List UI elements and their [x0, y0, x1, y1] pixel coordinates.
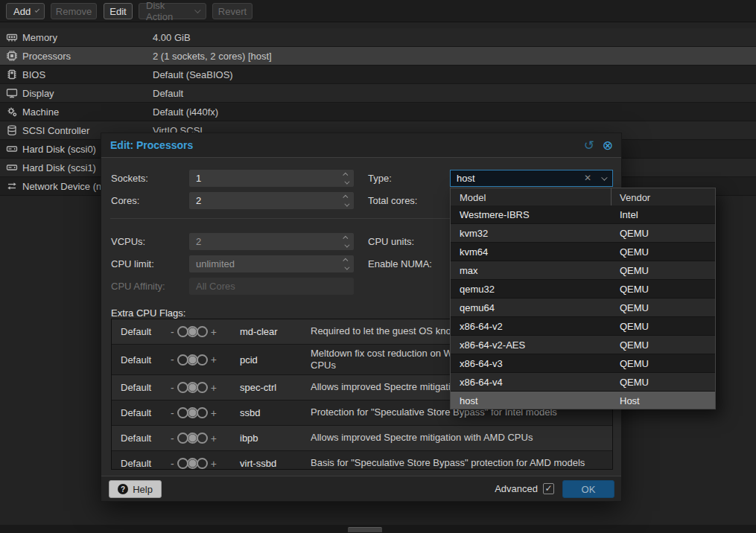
spinner-up-icon[interactable]: [341, 256, 350, 264]
option-vendor: Host: [620, 395, 640, 406]
plus-button[interactable]: +: [208, 433, 220, 444]
plus-button[interactable]: +: [208, 407, 220, 419]
dropdown-option[interactable]: max QEMU: [451, 261, 715, 280]
cpu-units-label: CPU units:: [368, 236, 414, 247]
hardware-label: Memory: [22, 32, 57, 43]
sockets-field[interactable]: 1: [189, 170, 354, 187]
option-vendor: QEMU: [620, 339, 649, 351]
help-button-label: Help: [133, 484, 153, 495]
cores-field[interactable]: 2: [189, 192, 354, 209]
remove-button-label: Remove: [56, 6, 92, 17]
panel-resize-handle[interactable]: [348, 527, 382, 532]
revert-button-label: Revert: [218, 6, 247, 17]
option-vendor: QEMU: [620, 265, 649, 276]
vendor-column-header: Vendor: [620, 192, 650, 203]
edit-button[interactable]: Edit: [104, 3, 133, 19]
cpu-limit-value: unlimited: [196, 258, 235, 269]
add-button-label: Add: [13, 6, 31, 17]
spinner-up-icon[interactable]: [341, 193, 350, 200]
minus-button[interactable]: -: [168, 354, 177, 366]
dropdown-option[interactable]: Westmere-IBRS Intel: [451, 205, 715, 224]
disk-action-button-label: Disk Action: [146, 0, 190, 22]
flag-on-option[interactable]: [197, 326, 208, 337]
cpu-limit-field[interactable]: unlimited: [189, 255, 354, 272]
hardware-row[interactable]: Display Default: [0, 84, 756, 103]
spinner-down-icon[interactable]: [341, 264, 350, 272]
revert-button[interactable]: Revert: [212, 3, 252, 19]
plus-button[interactable]: +: [208, 382, 220, 394]
hardware-icon: [6, 162, 18, 173]
cores-value: 2: [196, 195, 201, 206]
help-button[interactable]: ? Help: [109, 480, 162, 498]
flag-on-option[interactable]: [197, 433, 208, 444]
disk-action-button[interactable]: Disk Action: [139, 3, 206, 19]
undo-icon[interactable]: ↺: [584, 138, 594, 153]
cpu-affinity-field[interactable]: All Cores: [189, 278, 354, 295]
close-icon[interactable]: ⊗: [603, 138, 613, 153]
clear-icon[interactable]: ✕: [584, 173, 591, 183]
minus-button[interactable]: -: [168, 458, 177, 470]
type-combobox[interactable]: host ✕: [450, 170, 613, 187]
flag-on-option[interactable]: [197, 458, 208, 469]
hardware-value: Default (i440fx): [153, 106, 218, 118]
advanced-checkbox[interactable]: ✓: [543, 483, 554, 494]
spinner-up-icon[interactable]: [341, 170, 350, 178]
flag-on-option[interactable]: [197, 382, 208, 393]
flag-name: pcid: [240, 354, 258, 366]
spinner-up-icon[interactable]: [341, 234, 350, 241]
dropdown-option[interactable]: qemu64 QEMU: [451, 299, 715, 317]
option-model: x86-64-v3: [460, 358, 503, 369]
spinner-down-icon[interactable]: [341, 242, 350, 249]
hardware-row[interactable]: BIOS Default (SeaBIOS): [0, 66, 756, 84]
flag-tristate-slider: - +: [168, 326, 220, 338]
dropdown-option[interactable]: host Host: [451, 392, 715, 409]
cores-label: Cores:: [111, 195, 139, 206]
hardware-row[interactable]: Memory 4.00 GiB: [0, 28, 756, 47]
hardware-icon: [6, 68, 18, 80]
dropdown-option[interactable]: kvm32 QEMU: [451, 224, 715, 243]
flag-description: Allows improved Spectre mitigation with …: [311, 432, 611, 444]
remove-button[interactable]: Remove: [51, 3, 97, 19]
vcpus-value: 2: [196, 236, 201, 247]
add-button[interactable]: Add: [6, 3, 45, 19]
minus-button[interactable]: -: [168, 326, 177, 338]
bottom-panel-strip: [0, 525, 756, 533]
option-vendor: QEMU: [620, 377, 649, 388]
spinner-down-icon[interactable]: [341, 179, 350, 186]
minus-button[interactable]: -: [168, 433, 177, 444]
flag-on-option[interactable]: [197, 407, 208, 418]
spinner-down-icon[interactable]: [341, 201, 350, 208]
option-vendor: QEMU: [620, 358, 649, 369]
option-model: x86-64-v4: [460, 377, 503, 388]
dropdown-rows: Westmere-IBRS Intel kvm32 QEMU kvm64 QEM…: [451, 205, 715, 409]
flag-name: ibpb: [240, 433, 258, 444]
hardware-row[interactable]: Processors 2 (1 sockets, 2 cores) [host]: [0, 47, 756, 66]
dropdown-option[interactable]: x86-64-v3 QEMU: [451, 354, 715, 373]
hardware-row[interactable]: Machine Default (i440fx): [0, 103, 756, 121]
plus-button[interactable]: +: [208, 326, 220, 338]
hardware-label: SCSI Controller: [22, 125, 89, 136]
vcpus-field[interactable]: 2: [189, 233, 354, 250]
flag-state-label: Default: [121, 433, 151, 444]
plus-button[interactable]: +: [208, 458, 220, 470]
enable-numa-label: Enable NUMA:: [368, 258, 432, 269]
dropdown-option[interactable]: qemu32 QEMU: [451, 280, 715, 299]
cpu-limit-label: CPU limit:: [111, 258, 154, 269]
dropdown-option[interactable]: x86-64-v2 QEMU: [451, 317, 715, 336]
dropdown-option[interactable]: kvm64 QEMU: [451, 243, 715, 261]
hardware-value: Default (SeaBIOS): [153, 69, 233, 80]
advanced-label: Advanced: [495, 483, 538, 494]
plus-button[interactable]: +: [208, 354, 220, 366]
ok-button[interactable]: OK: [562, 480, 614, 498]
hardware-label: Processors: [22, 51, 71, 62]
option-model: kvm64: [460, 246, 488, 258]
option-vendor: QEMU: [620, 246, 649, 258]
chevron-down-icon[interactable]: [601, 174, 607, 180]
flag-name: md-clear: [240, 326, 278, 337]
minus-button[interactable]: -: [168, 382, 177, 394]
minus-button[interactable]: -: [168, 407, 177, 419]
dropdown-option[interactable]: x86-64-v2-AES QEMU: [451, 336, 715, 354]
flag-description: Basis for "Speculative Store Bypass" pro…: [311, 457, 611, 469]
flag-on-option[interactable]: [197, 354, 208, 366]
dropdown-option[interactable]: x86-64-v4 QEMU: [451, 373, 715, 392]
